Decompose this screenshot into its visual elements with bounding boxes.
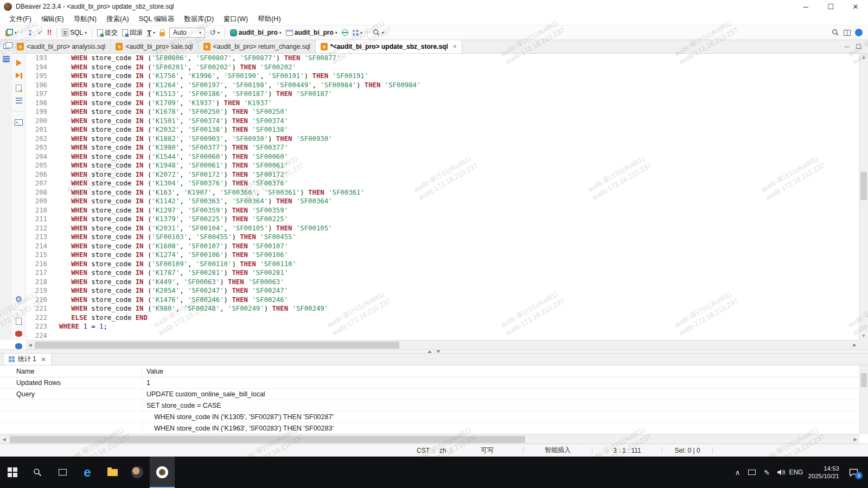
database-navigator-icon[interactable] (3, 56, 10, 62)
code-line[interactable]: 210 WHEN store_code IN ('K1297', 'SF0035… (26, 206, 859, 215)
commit-button[interactable]: 提交 (95, 27, 120, 38)
editor-tab[interactable]: S<audit_bi_pro> sale.sql (111, 40, 198, 53)
query-log-button[interactable] (14, 96, 24, 105)
code-line[interactable]: 209 WHEN store_code IN ('K1142', 'SF0036… (26, 197, 859, 206)
grid-menu-button[interactable]: ▾ (350, 29, 365, 37)
execute-statement-button[interactable] (14, 59, 24, 67)
taskbar-clock[interactable]: 14:53 2025/10/21 (803, 465, 844, 480)
editor-settings-button[interactable]: ⚙ (14, 294, 24, 303)
explain-plan-button[interactable] (14, 84, 24, 92)
editor-tab[interactable]: S<audit_bi_pro> analysis.sql (12, 40, 111, 53)
code-line[interactable]: 195 WHEN store_code IN ('K1756', 'K1996'… (26, 72, 859, 81)
menu-item[interactable]: 文件(F) (4, 14, 36, 25)
scroll-right-icon[interactable]: ▶ (851, 435, 859, 444)
sql-editor[interactable]: 193 WHEN store_code IN ('SF00806', 'SF00… (26, 54, 859, 340)
taskbar-app-button[interactable] (125, 457, 150, 488)
code-line[interactable]: 214 WHEN store_code IN ('K1608', 'SF0010… (26, 242, 859, 251)
code-line[interactable]: 200 WHEN store_code IN ('K1501', 'SF0037… (26, 117, 859, 126)
menu-item[interactable]: 导航(N) (69, 14, 101, 25)
menu-item[interactable]: 帮助(H) (253, 14, 285, 25)
result-row[interactable]: QueryUPDATE custom_online_sale_bill_loca… (0, 389, 868, 400)
code-line[interactable]: 223WHERE 1 = 1; (26, 322, 859, 331)
minimize-editor-button[interactable]: ─ (845, 43, 850, 50)
menu-item[interactable]: 窗口(W) (219, 14, 253, 25)
window-close-button[interactable]: ✕ (843, 0, 868, 13)
code-line[interactable]: 204 WHEN store_code IN ('K1544', 'SF0006… (26, 152, 859, 162)
code-line[interactable]: 202 WHEN store_code IN ('K1882', 'SF0090… (26, 134, 859, 144)
code-line[interactable]: 212 WHEN store_code IN ('K2031', 'SF0010… (26, 224, 859, 233)
cloud-button[interactable] (853, 28, 865, 37)
open-terminal-button[interactable]: >_ (14, 118, 24, 127)
code-line[interactable]: 198 WHEN store_code IN ('K1709', 'K1937'… (26, 99, 859, 108)
tray-pen-icon[interactable]: ✎ (760, 461, 774, 483)
code-line[interactable]: 193 WHEN store_code IN ('SF00806', 'SF00… (26, 54, 859, 63)
code-line[interactable]: 197 WHEN store_code IN ('K1513', 'SF0018… (26, 89, 859, 99)
taskbar-explorer-button[interactable] (100, 457, 125, 488)
code-line[interactable]: 203 WHEN store_code IN ('K1980', 'SF0037… (26, 143, 859, 152)
code-line[interactable]: 213 WHEN store_code IN ('SF00103', 'SF00… (26, 233, 859, 242)
code-line[interactable]: 216 WHEN store_code IN ('SF00109', 'SF00… (26, 260, 859, 269)
disconnect-db-button[interactable] (14, 329, 24, 338)
rollback-button[interactable]: 回滚 (120, 27, 145, 38)
statistics-tab[interactable]: 统计 1 ✕ (3, 353, 52, 365)
code-line[interactable]: 219 WHEN store_code IN ('K2054', 'SF0024… (26, 286, 859, 296)
result-row[interactable]: SET store_code = CASE (0, 400, 868, 412)
results-vertical-scrollbar[interactable] (859, 365, 868, 434)
menu-item[interactable]: 数据库(D) (179, 14, 219, 25)
search-menu-button[interactable]: ▾ (371, 28, 386, 37)
task-view-button[interactable] (50, 457, 75, 488)
scrollbar-thumb[interactable] (10, 436, 525, 443)
taskbar-search-button[interactable] (25, 457, 50, 488)
column-header-name[interactable]: Name (0, 365, 142, 377)
scroll-left-icon[interactable]: ◀ (0, 435, 8, 444)
taskbar-dbeaver-button[interactable] (150, 457, 175, 488)
export-script-button[interactable] (14, 317, 24, 325)
quick-search-button[interactable] (829, 28, 841, 37)
tray-chevron-up-icon[interactable]: ∧ (730, 461, 744, 483)
code-line[interactable]: 194 WHEN store_code IN ('SF00201', 'SF00… (26, 63, 859, 72)
code-line[interactable]: 217 WHEN store_code IN ('K1787', 'SF0028… (26, 268, 859, 278)
sql-menu-button[interactable]: SQL▾ (60, 28, 89, 37)
open-view-button[interactable] (841, 29, 853, 37)
new-sql-editor-button[interactable]: ▾ (3, 28, 19, 37)
code-line[interactable]: 207 WHEN store_code IN ('K1304', 'SF0037… (26, 179, 859, 188)
menu-item[interactable]: SQL 编辑器 (134, 14, 180, 25)
code-line[interactable]: 206 WHEN store_code IN ('K2072', 'SF0017… (26, 170, 859, 179)
scroll-up-icon[interactable]: ▲ (859, 54, 868, 61)
scroll-down-icon[interactable]: ▼ (859, 332, 868, 340)
expand-up-icon[interactable] (427, 350, 432, 353)
code-line[interactable]: 208 WHEN store_code IN ('K163', 'K1907',… (26, 188, 859, 197)
maximize-editor-button[interactable]: ☐ (856, 43, 861, 50)
menu-item[interactable]: 搜索(A) (101, 14, 134, 25)
code-line[interactable]: 218 WHEN store_code IN ('K449', 'SF00063… (26, 278, 859, 287)
execute-script-button[interactable] (14, 71, 24, 80)
tray-monitor-icon[interactable] (745, 461, 759, 483)
schema-select[interactable]: audit_bi_pro▾ (284, 28, 340, 37)
scroll-right-icon[interactable]: ▶ (851, 341, 859, 349)
editor-horizontal-scrollbar[interactable]: ◀ ▶ (26, 340, 859, 349)
database-select[interactable]: audit_bi_pro▾ (228, 28, 284, 37)
fetch-button[interactable]: ↧ (25, 28, 35, 38)
editor-tab[interactable]: S<audit_bi_pro> return_change.sql (199, 40, 316, 53)
tray-language-indicator[interactable]: ENG (789, 461, 803, 483)
start-button[interactable] (0, 457, 25, 488)
code-line[interactable]: 205 WHEN store_code IN ('K1948', 'SF0006… (26, 161, 859, 170)
result-row[interactable]: Updated Rows1 (0, 377, 868, 389)
tab-close-icon[interactable]: × (453, 43, 457, 50)
menu-item[interactable]: 编辑(E) (36, 14, 69, 25)
notification-center-button[interactable]: 8 (844, 461, 863, 483)
scroll-left-icon[interactable]: ◀ (26, 341, 34, 349)
taskbar-edge-button[interactable]: e (75, 457, 100, 488)
result-row[interactable]: WHEN store_code IN ('K1963', 'SF00283') … (0, 423, 868, 434)
globe-button[interactable] (340, 28, 350, 37)
editor-tab[interactable]: S*<audit_bi_pro> update_sbz_store.sql× (316, 40, 462, 53)
restore-panel-icon[interactable] (3, 44, 9, 49)
lock-button[interactable] (157, 28, 167, 37)
problems-button[interactable]: !! (45, 28, 54, 37)
code-line[interactable]: 201 WHEN store_code IN ('K2032', 'SF0013… (26, 125, 859, 134)
code-line[interactable]: 221 WHEN store_code IN ('K980', 'SF00248… (26, 304, 859, 313)
column-header-value[interactable]: Value (142, 365, 868, 377)
code-line[interactable]: 211 WHEN store_code IN ('K1379', 'SF0022… (26, 215, 859, 224)
validate-button[interactable]: ✓ (35, 28, 45, 37)
commit-mode-select[interactable]: Auto▾ (169, 28, 205, 38)
